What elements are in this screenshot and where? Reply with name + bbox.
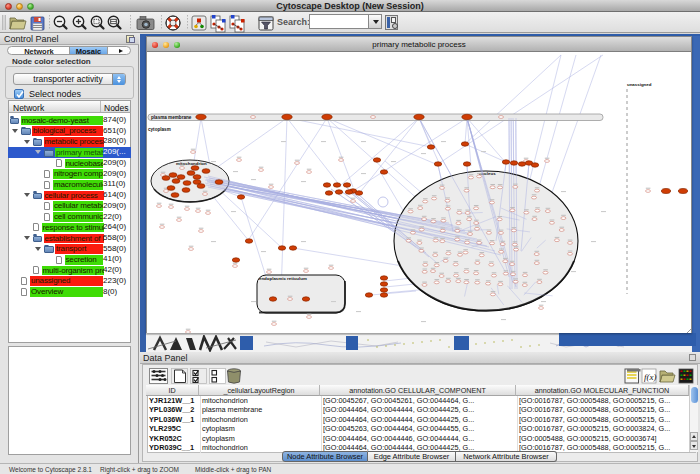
svg-text:cytoplasm: cytoplasm bbox=[148, 127, 171, 132]
svg-text:endoplasmic reticulum: endoplasmic reticulum bbox=[259, 276, 307, 281]
svg-text:plasma membrane: plasma membrane bbox=[151, 115, 192, 120]
svg-text:unassigned: unassigned bbox=[627, 82, 652, 87]
svg-text:f(x): f(x) bbox=[644, 372, 657, 382]
